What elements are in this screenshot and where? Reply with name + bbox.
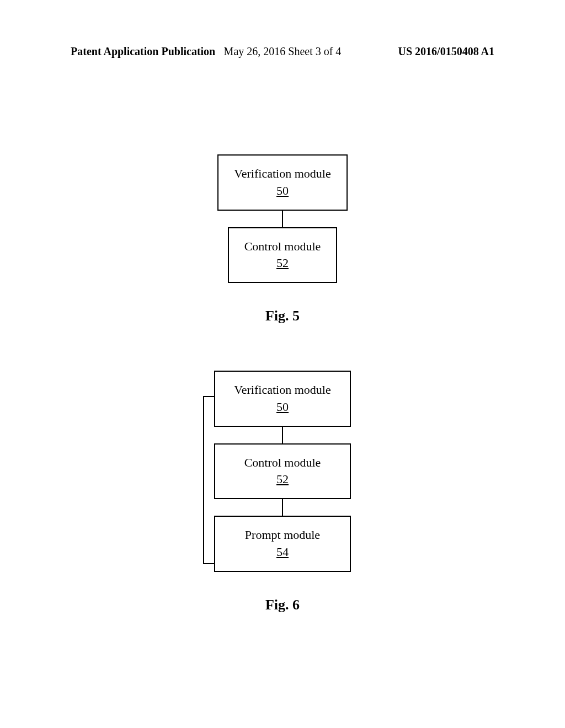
fig6-verification-module-block: Verification module 50	[214, 371, 351, 427]
fig6-side-connector-top	[203, 396, 214, 397]
fig5-verification-module-block: Verification module 50	[217, 154, 347, 211]
fig5-block2-ref: 52	[276, 256, 289, 270]
fig5-connector	[282, 211, 283, 227]
fig6-caption: Fig. 6	[0, 597, 565, 613]
page-header: Patent Application Publication May 26, 2…	[0, 45, 565, 58]
fig6-side-connector-vertical	[203, 396, 204, 563]
fig5-block1-ref: 50	[276, 184, 289, 197]
fig5-block2-label: Control module	[244, 239, 321, 253]
figure-5: Verification module 50 Control module 52…	[0, 154, 565, 324]
fig5-caption: Fig. 5	[0, 308, 565, 324]
fig6-block2-label: Control module	[244, 456, 321, 469]
figure-6: Verification module 50 Control module 52…	[0, 371, 565, 613]
fig5-control-module-block: Control module 52	[228, 227, 338, 283]
fig6-block1-ref: 50	[276, 400, 289, 414]
header-publication: Patent Application Publication	[71, 45, 215, 58]
header-app-number: US 2016/0150408 A1	[398, 45, 494, 58]
fig6-block1-label: Verification module	[234, 383, 331, 397]
header-sheet-info: May 26, 2016 Sheet 3 of 4	[224, 45, 342, 58]
fig6-connector-1	[282, 427, 283, 443]
fig6-prompt-module-block: Prompt module 54	[214, 516, 351, 572]
fig6-block3-label: Prompt module	[245, 528, 320, 542]
fig6-block3-ref: 54	[276, 545, 289, 559]
fig5-block1-label: Verification module	[234, 167, 331, 180]
fig6-control-module-block: Control module 52	[214, 443, 351, 500]
fig6-side-connector-bottom	[203, 563, 214, 564]
fig6-block2-ref: 52	[276, 472, 289, 486]
fig6-connector-2	[282, 499, 283, 516]
